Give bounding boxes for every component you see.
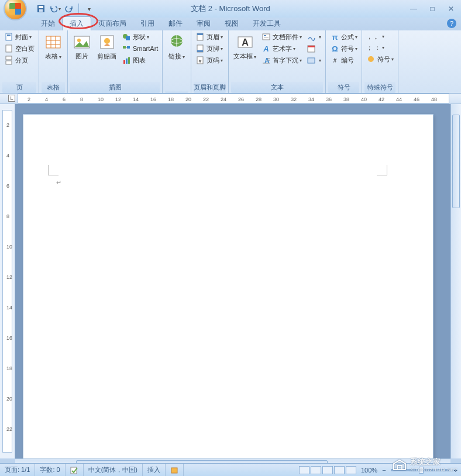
dropcap-label: 首字下沉 bbox=[273, 56, 298, 65]
svg-rect-37 bbox=[264, 37, 269, 37]
maximize-button[interactable]: □ bbox=[426, 4, 439, 13]
qat-separator bbox=[78, 4, 79, 14]
number-button[interactable]: #编号 bbox=[328, 55, 359, 65]
vertical-ruler[interactable]: 246810121416182022 bbox=[0, 104, 15, 458]
shapes-icon bbox=[122, 32, 131, 42]
textbox-icon: A bbox=[236, 33, 254, 51]
quickparts-button[interactable]: 文档部件▾ bbox=[260, 32, 304, 42]
wordart-icon: A bbox=[262, 44, 271, 53]
group-illustrations-label: 插图 bbox=[70, 82, 160, 93]
table-button[interactable]: 表格▾ bbox=[42, 32, 65, 62]
clipart-button[interactable]: 剪贴画 bbox=[95, 32, 119, 61]
view-printlayout-button[interactable] bbox=[299, 466, 309, 474]
number-icon: # bbox=[330, 56, 339, 65]
signature-button[interactable]: ▾ bbox=[305, 32, 323, 42]
links-label: 链接 bbox=[168, 53, 181, 60]
status-macro[interactable] bbox=[166, 464, 184, 476]
vertical-scrollbar-thumb[interactable] bbox=[452, 115, 460, 208]
cover-page-label: 封面 bbox=[15, 33, 28, 42]
horizontal-ruler[interactable]: L 24681012141618202224262830323436384042… bbox=[0, 94, 461, 104]
status-words[interactable]: 字数: 0 bbox=[35, 464, 65, 476]
status-language[interactable]: 中文(简体，中国) bbox=[84, 464, 143, 476]
tab-pagelayout[interactable]: 页面布局 bbox=[91, 17, 133, 30]
pagenum-button[interactable]: #页码▾ bbox=[194, 55, 225, 65]
svg-rect-48 bbox=[171, 468, 177, 473]
dropcap-icon: A bbox=[262, 56, 271, 65]
tab-view[interactable]: 视图 bbox=[218, 17, 246, 30]
document-area[interactable]: ↵ bbox=[15, 104, 450, 458]
symbol-label: 符号 bbox=[341, 44, 354, 53]
tab-mailings[interactable]: 邮件 bbox=[161, 17, 190, 30]
zoom-slider-thumb[interactable] bbox=[419, 467, 424, 474]
group-symbols-label: 符号 bbox=[328, 82, 359, 93]
symbol-button[interactable]: Ω符号▾ bbox=[328, 43, 359, 54]
textbox-label: 文本框 bbox=[233, 53, 253, 60]
pagenum-icon: # bbox=[195, 56, 205, 65]
view-outline-button[interactable] bbox=[334, 466, 345, 474]
view-draft-button[interactable] bbox=[346, 466, 356, 474]
shapes-button[interactable]: 形状▾ bbox=[120, 32, 160, 42]
view-weblayout-button[interactable] bbox=[322, 466, 333, 474]
page-break-button[interactable]: 分页 bbox=[2, 55, 36, 65]
wordart-button[interactable]: A艺术字▾ bbox=[260, 43, 304, 54]
smartart-button[interactable]: SmartArt bbox=[120, 43, 160, 54]
zoom-out-button[interactable]: − bbox=[382, 467, 386, 474]
zoom-slider[interactable] bbox=[391, 469, 449, 471]
view-fullscreen-button[interactable] bbox=[311, 466, 321, 474]
svg-rect-3 bbox=[6, 33, 12, 40]
paragraph-mark: ↵ bbox=[56, 179, 61, 187]
document-page[interactable]: ↵ bbox=[23, 115, 433, 458]
svg-rect-2 bbox=[39, 9, 43, 12]
tab-references[interactable]: 引用 bbox=[133, 17, 161, 30]
picture-button[interactable]: 图片 bbox=[70, 32, 94, 61]
svg-rect-21 bbox=[123, 60, 125, 64]
picture-label: 图片 bbox=[75, 53, 88, 60]
header-button[interactable]: 页眉▾ bbox=[194, 32, 225, 42]
textbox-button[interactable]: A 文本框▾ bbox=[231, 32, 259, 62]
blank-page-button[interactable]: 空白页 bbox=[2, 43, 36, 54]
status-insertmode[interactable]: 插入 bbox=[143, 464, 166, 476]
equation-icon: π bbox=[330, 32, 339, 42]
vertical-scrollbar[interactable] bbox=[450, 104, 461, 458]
status-page[interactable]: 页面: 1/1 bbox=[0, 464, 35, 476]
number-label: 编号 bbox=[341, 56, 354, 65]
svg-text:A: A bbox=[264, 57, 270, 65]
equation-button[interactable]: π公式▾ bbox=[328, 32, 359, 42]
link-icon bbox=[167, 33, 186, 51]
svg-rect-30 bbox=[197, 50, 203, 52]
ribbon-insert: 封面▾ 空白页 分页 页 表格▾ 表格 图片 剪贴画 bbox=[0, 30, 461, 94]
margin-mark-tr bbox=[377, 165, 387, 175]
dropcap-button[interactable]: A首字下沉▾ bbox=[260, 55, 304, 65]
cover-page-button[interactable]: 封面▾ bbox=[2, 32, 36, 42]
qat-redo-button[interactable] bbox=[63, 3, 75, 15]
footer-button[interactable]: 页脚▾ bbox=[194, 43, 225, 54]
clipart-icon bbox=[98, 33, 116, 51]
tab-review[interactable]: 审阅 bbox=[190, 17, 218, 30]
status-proofing[interactable] bbox=[66, 464, 84, 476]
svg-rect-28 bbox=[197, 33, 203, 35]
minimize-button[interactable]: — bbox=[407, 4, 420, 13]
group-special-label: 特殊符号 bbox=[364, 82, 395, 93]
tab-home[interactable]: 开始 bbox=[34, 17, 62, 30]
svg-rect-36 bbox=[264, 35, 266, 36]
links-button[interactable]: 链接▾ bbox=[165, 32, 188, 62]
symbol-icon: Ω bbox=[330, 44, 339, 53]
qat-customize-button[interactable]: ▾ bbox=[82, 3, 94, 15]
datetime-button[interactable] bbox=[305, 43, 323, 54]
tab-selector[interactable]: L bbox=[8, 95, 15, 102]
zoom-level[interactable]: 100% bbox=[361, 467, 377, 474]
group-links-label bbox=[165, 91, 188, 93]
special-symbols-button[interactable]: 符号▾ bbox=[364, 54, 395, 64]
special-punct2-button[interactable]: ； ：▾ bbox=[364, 43, 395, 53]
tab-developer[interactable]: 开发工具 bbox=[246, 17, 288, 30]
tab-insert[interactable]: 插入 bbox=[62, 16, 91, 30]
chart-button[interactable]: 图表 bbox=[120, 55, 160, 65]
qat-undo-button[interactable]: ▾ bbox=[49, 3, 61, 15]
help-button[interactable]: ? bbox=[447, 19, 456, 28]
zoom-in-button[interactable]: + bbox=[454, 467, 457, 474]
object-button[interactable]: ▾ bbox=[305, 55, 323, 65]
special-punct1-button[interactable]: ， 。▾ bbox=[364, 32, 395, 42]
close-button[interactable]: ✕ bbox=[445, 4, 457, 13]
window-title: 文档 2 - Microsoft Word bbox=[191, 4, 270, 14]
qat-save-button[interactable] bbox=[35, 3, 47, 15]
